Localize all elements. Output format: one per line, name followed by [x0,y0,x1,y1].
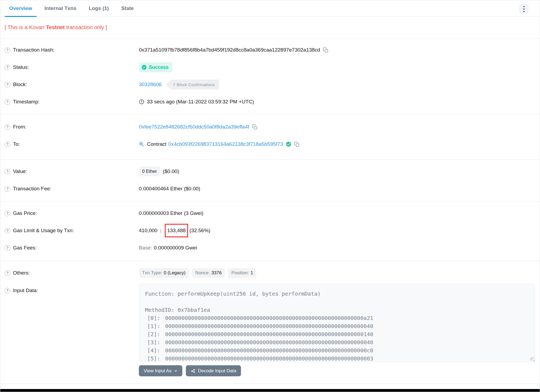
gas-used-highlight-box: 133,488 [165,224,188,237]
summary-section: ? Transaction Hash: 0x371a51097fb78df856… [0,39,540,114]
word-index: [2]: [145,330,160,338]
help-icon[interactable]: ? [5,245,10,251]
input-word-row: [0]:000000000000000000000000000000000000… [145,314,529,322]
kebab-dot [523,11,525,12]
word-hex: 0000000000000000000000000000000000000000… [165,339,373,346]
block-number-link[interactable]: 30328606 [139,82,162,87]
copy-icon[interactable] [323,47,328,53]
from-label: From: [13,124,26,130]
status-value: Success [149,65,169,70]
help-icon[interactable]: ? [5,288,10,293]
to-address-link[interactable]: 0x4cb093f226983713164a62138c3f718a5b595f… [168,141,283,147]
help-icon[interactable]: ? [5,169,10,174]
to-contract-prefix: Contract [147,141,166,147]
tab-internal-txns[interactable]: Internal Txns [38,0,83,17]
clock-icon [139,99,144,104]
value-usd: ($0.00) [163,168,179,174]
input-word-row: [5]:000000000000000000000000000000000000… [145,354,529,362]
help-icon[interactable]: ? [5,186,10,192]
timestamp-value: 33 secs ago (Mar-11-2022 03:59:32 PM +UT… [147,99,254,105]
position-value: 1 [251,270,253,276]
gas-separator: | [160,228,162,234]
input-data-label: Input Data: [13,288,38,293]
txn-type-badge: Txn Type: 0 (Legacy) [139,268,189,278]
tab-state[interactable]: State [115,0,140,17]
check-circle-icon [142,65,147,70]
input-function-line: Function: performUpkeep(uint256 id, byte… [145,290,529,298]
value-row: ? Value: 0 Ether ($0.00) [0,163,540,180]
input-word-row: [2]:000000000000000000000000000000000000… [145,330,529,338]
value-label: Value: [13,168,27,174]
txn-type-value: 0 (Legacy) [164,270,185,276]
gas-used-percent: (32.56%) [189,228,210,234]
help-icon[interactable]: ? [5,211,10,216]
transaction-fee-row: ? Transaction Fee: 0.000400464 Ether ($0… [0,180,540,197]
others-label: Others: [13,270,30,276]
input-data-row: ? Input Data: Function: performUpkeep(ui… [0,284,540,362]
input-method-id: MethodID: 0x7bbaf1ea [145,306,529,314]
from-address-link[interactable]: 0xfee7522e8482682cf50ddc50a0f8da2a39effa… [139,124,249,130]
timestamp-row: ? Timestamp: 33 secs ago (Mar-11-2022 03… [0,93,540,110]
copy-icon[interactable] [294,141,300,147]
more-options-button[interactable] [519,4,528,14]
gas-fees-base-label: Base: [139,245,152,251]
notice-text: transaction only ] [65,24,107,30]
view-input-as-button[interactable]: View Input As [139,365,182,376]
help-icon[interactable]: ? [5,124,10,130]
help-icon[interactable]: ? [5,82,10,87]
help-icon[interactable]: ? [5,47,10,53]
gas-used-value: 133,488 [167,228,186,233]
help-icon[interactable]: ? [5,228,10,234]
status-row: ? Status: Success [0,59,540,76]
input-actions: View Input As Decode Input Data [139,365,540,383]
word-index: [4]: [145,346,160,354]
notice-text: [ This is a Kovan [5,24,46,30]
transaction-fee-label: Transaction Fee: [13,186,51,192]
transaction-hash-label: Transaction Hash: [13,47,54,53]
input-word-row: [1]:000000000000000000000000000000000000… [145,322,529,330]
help-icon[interactable]: ? [5,270,10,276]
nonce-badge: Nonce: 3376 [192,268,225,278]
word-hex: 0000000000000000000000000000000000000000… [165,331,373,337]
input-data-textarea[interactable]: Function: performUpkeep(uint256 id, byte… [139,284,535,362]
help-icon[interactable]: ? [5,141,10,147]
others-row: ? Others: Txn Type: 0 (Legacy) Nonce: 33… [0,264,540,282]
testnet-notice-section: [ This is a Kovan Testnet transaction on… [0,17,540,39]
decode-nodes-icon [191,369,196,373]
help-icon[interactable]: ? [5,99,10,105]
resize-handle[interactable] [530,357,534,361]
transaction-detail-page: Overview Internal Txns Logs (1) State [ … [0,0,540,392]
decode-input-data-button[interactable]: Decode Input Data [186,365,241,376]
tab-overview[interactable]: Overview [3,0,38,17]
word-hex: 0000000000000000000000000000000000000000… [165,323,373,329]
copy-icon[interactable] [252,124,258,130]
zoom-in-icon[interactable] [139,141,144,147]
gas-limit-value: 410,000 [139,228,157,234]
transaction-hash-row: ? Transaction Hash: 0x371a51097fb78df856… [0,41,540,59]
to-label: To: [13,141,20,147]
gas-price-row: ? Gas Price: 0.000000003 Ether (3 Gwei) [0,205,540,222]
input-word-row: [4]:000000000000000000000000000000000000… [145,346,529,354]
gas-fees-label: Gas Fees: [13,245,37,251]
word-hex: 0000000000000000000000000000000000000000… [165,315,373,321]
tab-logs[interactable]: Logs (1) [83,0,115,17]
word-hex: 0000000000000000000000000000000000000000… [165,355,373,362]
input-blank-line [145,298,529,306]
value-badge: 0 Ether [139,167,160,176]
value-section: ? Value: 0 Ether ($0.00) ? Transaction F… [0,160,540,201]
tab-bar: Overview Internal Txns Logs (1) State [0,0,540,17]
status-label: Status: [13,64,29,70]
chevron-down-icon [174,369,177,373]
testnet-notice: [ This is a Kovan Testnet transaction on… [0,17,540,38]
txn-type-label: Txn Type: [142,270,162,276]
help-icon[interactable]: ? [5,65,10,70]
block-confirmations-badge: 7 Block Confirmations [166,80,219,90]
gas-fees-base-value: 0.000000009 Gwei [154,245,197,251]
window-bottom-edge [0,389,540,392]
position-label: Position: [231,270,249,276]
block-label: Block: [13,82,27,87]
status-badge: Success [139,62,172,72]
from-row: ? From: 0xfee7522e8482682cf50ddc50a0f8da… [0,118,540,136]
position-badge: Position: 1 [228,268,256,278]
others-input-section: ? Others: Txn Type: 0 (Legacy) Nonce: 33… [0,261,540,384]
